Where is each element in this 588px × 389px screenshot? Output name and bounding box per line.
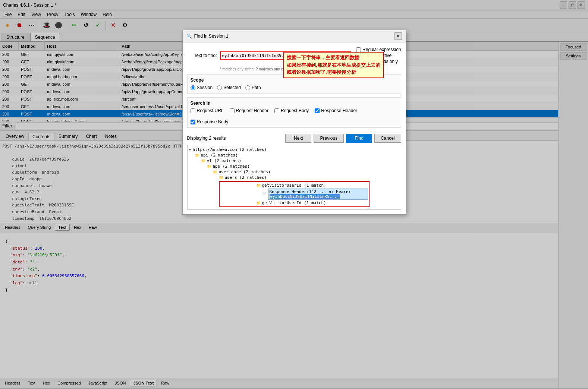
request-body-label: Request Body [281,108,309,113]
modal-titlebar: 🔍 Find in Session 1 ✕ [183,30,406,42]
case-sensitive-label: Case sensitive [362,53,392,58]
check-request-url[interactable]: Request URL [191,108,224,113]
tree-root[interactable]: ▼ https://m.dewu.com (2 matches) [189,147,399,152]
find-button[interactable]: Find [346,134,372,143]
tree-user-core[interactable]: 📁 user_core (2 matches) [189,169,399,175]
regular-expression-label: Regular expression [362,47,401,52]
cancel-button[interactable]: Cancel [374,134,401,143]
tree-expand-icon: ▼ [189,148,191,152]
search-input[interactable] [220,51,351,60]
scope-selected-radio[interactable] [217,85,222,90]
tree-getvisitor2[interactable]: 📁 getVisitorUserId (1 match) [220,200,368,206]
scope-session[interactable]: Session [191,85,213,90]
displaying-results: Displaying 2 results [187,136,226,141]
search-in-label: Search In [191,101,398,106]
modal-title: Find in Session 1 [194,34,229,39]
search-label: Text to find: [187,53,217,58]
scope-label: Scope [191,78,398,83]
request-header-checkbox[interactable] [230,108,235,113]
tree-api-label: api (2 matches) [201,153,238,158]
tree-folder-icon: 📁 [213,170,217,174]
search-in-section: Search In Request URL Request Header Req… [187,97,401,128]
modal-action-buttons: Next Previous Find Cancel [285,134,401,143]
tree-result-box: 📁 getVisitorUserId (1 match) 📄 Response … [219,181,370,207]
tree-response-header[interactable]: 📄 Response Header:142 ... n: Bearer eyJh… [220,188,368,200]
modal-content: Text to find: Regular expression Case se… [183,42,406,214]
tree-users[interactable]: 📁 users (2 matches) [189,175,399,180]
tree-folder-icon: 📁 [256,183,261,187]
tree-root-label: https://m.dewu.com (2 matches) [193,147,267,152]
scope-session-radio[interactable] [191,85,195,90]
results-tree: ▼ https://m.dewu.com (2 matches) 📁 api (… [187,145,401,210]
search-in-checks: Request URL Request Header Request Body … [191,108,398,124]
regular-expression-checkbox[interactable] [356,47,361,52]
response-header-checkbox[interactable] [315,108,320,113]
next-button[interactable]: Next [285,134,311,143]
scope-path-radio[interactable] [245,85,250,90]
tree-response-header-label: Response Header:142 ... n: Bearer eyJhbG… [268,189,368,200]
tree-getvisitor2-label: getVisitorUserId (1 match) [262,200,326,205]
tree-folder-icon: 📁 [201,159,205,163]
tree-v1-label: v1 (2 matches) [207,158,242,163]
check-response-body[interactable]: Response Body [191,119,229,124]
tree-v1[interactable]: 📁 v1 (2 matches) [189,158,399,164]
search-checkboxes: Regular expression Case sensitive Whole … [356,47,401,64]
request-header-label: Request Header [236,108,268,113]
whole-words-checkbox[interactable] [356,59,361,64]
tree-getvisitor1[interactable]: 📁 getVisitorUserId (1 match) [220,183,368,188]
search-form-row: Text to find: Regular expression Case se… [187,47,401,64]
check-response-header[interactable]: Response Header [315,108,357,113]
scope-selected-label: Selected [223,85,241,90]
request-url-checkbox[interactable] [191,108,195,113]
scope-radio-group: Session Selected Path [191,85,398,90]
find-dialog: 🔍 Find in Session 1 ✕ Text to find: Regu… [182,30,406,215]
check-request-body[interactable]: Request Body [274,108,309,113]
check-request-header[interactable]: Request Header [230,108,268,113]
tree-app-label: app (2 matches) [213,164,250,169]
modal-close-btn[interactable]: ✕ [394,32,402,40]
response-header-label: Response Header [321,108,357,113]
modal-overlay: 🔍 Find in Session 1 ✕ Text to find: Regu… [0,0,588,389]
regular-expression-check[interactable]: Regular expression [356,47,401,52]
tree-app[interactable]: 📁 app (2 matches) [189,164,399,169]
search-hint: * matches any string, ? matches any char… [220,67,401,71]
scope-section: Scope Session Selected Path [187,74,401,94]
scope-session-label: Session [197,85,213,90]
results-bar: Displaying 2 results Next Previous Find … [187,132,401,145]
case-sensitive-checkbox[interactable] [356,53,361,58]
tree-doc-icon: 📄 [262,192,267,196]
previous-button[interactable]: Previous [314,134,344,143]
tree-api[interactable]: 📁 api (2 matches) [189,152,399,158]
tree-folder-icon: 📁 [207,164,211,168]
tree-folder-icon: 📁 [219,175,223,180]
scope-selected[interactable]: Selected [217,85,241,90]
tree-getvisitor1-label: getVisitorUserId (1 match) [262,183,326,188]
request-body-checkbox[interactable] [274,108,279,113]
tree-folder-icon: 📁 [256,201,261,205]
find-icon: 🔍 [186,34,192,39]
whole-words-check[interactable]: Whole words only [356,59,401,64]
scope-path[interactable]: Path [245,85,261,90]
request-url-label: Request URL [197,108,224,113]
response-body-label: Response Body [197,119,229,124]
tree-folder-icon: 📁 [195,153,199,157]
response-body-checkbox[interactable] [191,120,195,124]
tree-users-label: users (2 matches) [225,175,267,180]
case-sensitive-check[interactable]: Case sensitive [356,53,401,58]
tree-user-core-label: user_core (2 matches) [219,170,271,174]
scope-path-label: Path [252,85,261,90]
whole-words-label: Whole words only [362,59,398,64]
